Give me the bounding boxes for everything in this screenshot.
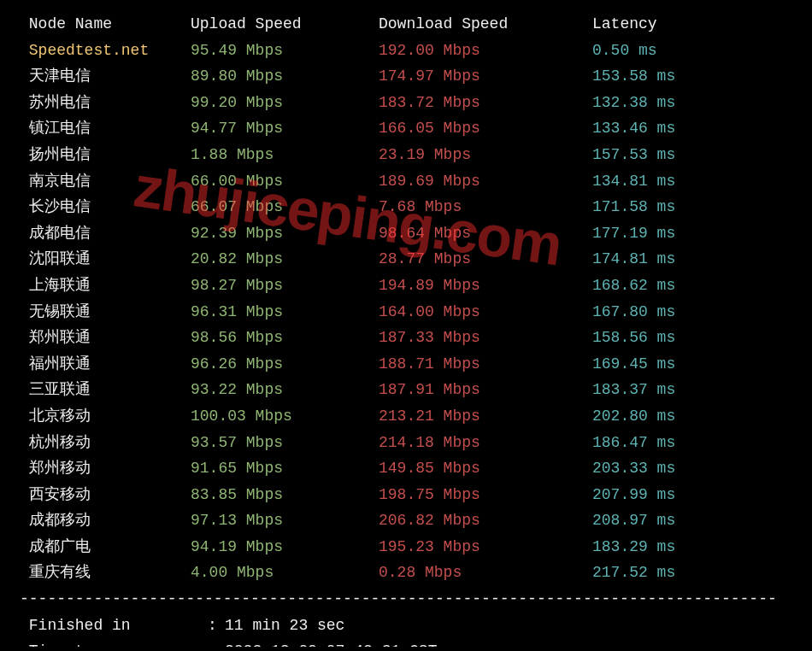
node-name: 重庆有线 — [20, 560, 191, 586]
latency: 132.38 ms — [592, 90, 792, 116]
download-speed: 174.97 Mbps — [379, 63, 592, 90]
download-speed: 188.71 Mbps — [379, 351, 592, 378]
download-speed: 206.82 Mbps — [379, 507, 592, 534]
node-name: 杭州移动 — [20, 430, 191, 456]
latency: 171.58 ms — [592, 194, 792, 220]
speedtest-row: Speedtest.net 95.49 Mbps 192.00 Mbps 0.5… — [20, 38, 792, 64]
header-node: Node Name — [20, 11, 191, 38]
data-row: 三亚联通93.22 Mbps187.91 Mbps183.37 ms — [20, 377, 792, 403]
divider-line: ----------------------------------------… — [20, 586, 792, 613]
upload-speed: 96.31 Mbps — [191, 299, 379, 326]
upload-speed: 98.27 Mbps — [191, 273, 379, 299]
latency: 186.47 ms — [592, 430, 792, 456]
finished-row: Finished in : 11 min 23 sec — [20, 613, 792, 639]
upload-speed: 97.13 Mbps — [191, 507, 379, 534]
latency: 0.50 ms — [592, 38, 792, 64]
data-row: 镇江电信94.77 Mbps166.05 Mbps133.46 ms — [20, 115, 792, 142]
latency: 133.46 ms — [592, 115, 792, 142]
node-name: Speedtest.net — [20, 38, 191, 64]
data-row: 苏州电信99.20 Mbps183.72 Mbps132.38 ms — [20, 90, 792, 116]
download-speed: 194.89 Mbps — [379, 273, 592, 299]
latency: 177.19 ms — [592, 220, 792, 247]
data-row: 成都移动97.13 Mbps206.82 Mbps208.97 ms — [20, 507, 792, 534]
data-row: 上海联通98.27 Mbps194.89 Mbps168.62 ms — [20, 273, 792, 299]
upload-speed: 96.26 Mbps — [191, 351, 379, 378]
upload-speed: 66.00 Mbps — [191, 168, 379, 195]
download-speed: 164.00 Mbps — [379, 299, 592, 326]
latency: 134.81 ms — [592, 168, 792, 195]
download-speed: 195.23 Mbps — [379, 534, 592, 560]
timestamp-label: Timestamp — [20, 638, 208, 651]
node-name: 沈阳联通 — [20, 246, 191, 273]
data-row: 成都电信92.39 Mbps98.64 Mbps177.19 ms — [20, 220, 792, 247]
node-name: 成都电信 — [20, 220, 191, 247]
latency: 208.97 ms — [592, 507, 792, 534]
download-speed: 149.85 Mbps — [379, 455, 592, 482]
latency: 217.52 ms — [592, 560, 792, 586]
latency: 157.53 ms — [592, 142, 792, 168]
upload-speed: 89.80 Mbps — [191, 63, 379, 90]
download-speed: 98.64 Mbps — [379, 220, 592, 247]
upload-speed: 93.22 Mbps — [191, 377, 379, 403]
download-speed: 23.19 Mbps — [379, 142, 592, 168]
download-speed: 166.05 Mbps — [379, 115, 592, 142]
finished-value: 11 min 23 sec — [225, 613, 344, 639]
upload-speed: 98.56 Mbps — [191, 325, 379, 351]
download-speed: 183.72 Mbps — [379, 90, 592, 116]
data-row: 西安移动83.85 Mbps198.75 Mbps207.99 ms — [20, 482, 792, 508]
timestamp-row: Timestamp : 2023-12-09 07:42:31 CST — [20, 638, 792, 651]
upload-speed: 83.85 Mbps — [191, 482, 379, 508]
data-row: 天津电信89.80 Mbps174.97 Mbps153.58 ms — [20, 63, 792, 90]
download-speed: 0.28 Mbps — [379, 560, 592, 586]
upload-speed: 94.19 Mbps — [191, 534, 379, 560]
latency: 167.80 ms — [592, 299, 792, 326]
upload-speed: 93.57 Mbps — [191, 430, 379, 456]
data-row: 成都广电94.19 Mbps195.23 Mbps183.29 ms — [20, 534, 792, 560]
upload-speed: 1.88 Mbps — [191, 142, 379, 168]
data-row: 郑州移动91.65 Mbps149.85 Mbps203.33 ms — [20, 455, 792, 482]
download-speed: 187.91 Mbps — [379, 377, 592, 403]
latency: 202.80 ms — [592, 403, 792, 430]
upload-speed: 20.82 Mbps — [191, 246, 379, 273]
latency: 203.33 ms — [592, 455, 792, 482]
node-name: 郑州移动 — [20, 455, 191, 482]
data-row: 无锡联通96.31 Mbps164.00 Mbps167.80 ms — [20, 299, 792, 326]
download-speed: 28.77 Mbps — [379, 246, 592, 273]
latency: 207.99 ms — [592, 482, 792, 508]
download-speed: 187.33 Mbps — [379, 325, 592, 351]
node-name: 成都广电 — [20, 534, 191, 560]
node-name: 无锡联通 — [20, 299, 191, 326]
node-name: 北京移动 — [20, 403, 191, 430]
latency: 168.62 ms — [592, 273, 792, 299]
latency: 153.58 ms — [592, 63, 792, 90]
data-row: 杭州移动93.57 Mbps214.18 Mbps186.47 ms — [20, 430, 792, 456]
node-name: 南京电信 — [20, 168, 191, 195]
upload-speed: 4.00 Mbps — [191, 560, 379, 586]
node-name: 扬州电信 — [20, 142, 191, 168]
header-row: Node Name Upload Speed Download Speed La… — [20, 11, 792, 38]
upload-speed: 99.20 Mbps — [191, 90, 379, 116]
terminal-output: Node Name Upload Speed Download Speed La… — [4, 4, 808, 651]
latency: 183.37 ms — [592, 377, 792, 403]
download-speed: 214.18 Mbps — [379, 430, 592, 456]
timestamp-value: 2023-12-09 07:42:31 CST — [225, 638, 437, 651]
header-download: Download Speed — [379, 11, 592, 38]
data-row: 北京移动100.03 Mbps213.21 Mbps202.80 ms — [20, 403, 792, 430]
node-name: 苏州电信 — [20, 90, 191, 116]
latency: 174.81 ms — [592, 246, 792, 273]
upload-speed: 92.39 Mbps — [191, 220, 379, 247]
node-name: 三亚联通 — [20, 377, 191, 403]
upload-speed: 100.03 Mbps — [191, 403, 379, 430]
upload-speed: 66.07 Mbps — [191, 194, 379, 220]
data-row: 福州联通96.26 Mbps188.71 Mbps169.45 ms — [20, 351, 792, 378]
data-row: 郑州联通98.56 Mbps187.33 Mbps158.56 ms — [20, 325, 792, 351]
download-speed: 192.00 Mbps — [379, 38, 592, 64]
latency: 183.29 ms — [592, 534, 792, 560]
data-row: 扬州电信1.88 Mbps23.19 Mbps157.53 ms — [20, 142, 792, 168]
colon: : — [208, 638, 225, 651]
latency: 169.45 ms — [592, 351, 792, 378]
header-latency: Latency — [592, 11, 792, 38]
latency: 158.56 ms — [592, 325, 792, 351]
download-speed: 198.75 Mbps — [379, 482, 592, 508]
data-row: 重庆有线4.00 Mbps0.28 Mbps217.52 ms — [20, 560, 792, 586]
